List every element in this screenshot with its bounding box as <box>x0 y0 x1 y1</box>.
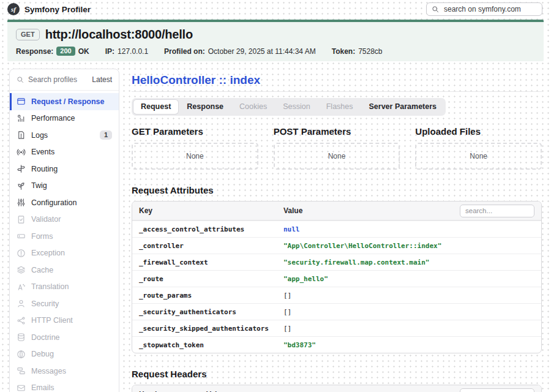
table-row: _route_params [] <box>132 287 541 303</box>
sidebar-item-routing[interactable]: Routing <box>10 160 119 178</box>
request-headers-table: Header Value <box>132 385 542 392</box>
empty-placeholder: None <box>415 143 542 170</box>
table-row: _access_control_attributes null <box>132 221 541 237</box>
sidebar-nav: Request / Response Performance Logs 1 Ev… <box>10 91 119 392</box>
top-bar: sf Symfony Profiler <box>0 0 551 18</box>
sidebar-item-events[interactable]: Events <box>10 144 119 161</box>
document-check-icon <box>17 215 26 224</box>
request-attributes-title: Request Attributes <box>132 185 542 195</box>
sidebar-item-http-client[interactable]: HTTP Client <box>10 312 119 330</box>
tab-response[interactable]: Response <box>179 100 231 114</box>
sidebar-item-translation[interactable]: Translation <box>10 279 119 296</box>
get-parameters-section: GET Parameters None <box>132 126 258 170</box>
section-title: POST Parameters <box>274 126 400 137</box>
request-headers-title: Request Headers <box>132 369 542 379</box>
envelope-icon <box>17 383 26 392</box>
sidebar-item-emails[interactable]: Emails <box>10 380 119 392</box>
database-icon <box>17 333 26 342</box>
table-header-row: Header Value <box>132 385 541 392</box>
profiler-sidebar: Search profiles Latest Request / Respons… <box>9 69 119 392</box>
broadcast-icon <box>17 148 26 157</box>
table-row: _controller "App\Controller\HelloControl… <box>132 237 541 254</box>
tab-session[interactable]: Session <box>276 100 317 114</box>
sidebar-item-logs[interactable]: Logs 1 <box>10 127 119 144</box>
window-icon <box>17 97 26 106</box>
profiles-search[interactable]: Search profiles Latest <box>10 69 119 91</box>
sidebar-item-performance[interactable]: Performance <box>10 110 119 127</box>
app-title: Symfony Profiler <box>24 5 91 14</box>
table-header-row: Key Value <box>132 202 541 221</box>
table-row: _security_skipped_authenticators [] <box>132 320 541 336</box>
latest-link[interactable]: Latest <box>92 75 112 84</box>
network-icon <box>17 316 26 325</box>
table-row: _firewall_context "security.firewall.map… <box>132 254 541 270</box>
logs-icon <box>17 130 26 140</box>
profile-token: Token: 7528cb <box>332 47 383 56</box>
http-method-badge: GET <box>16 29 40 40</box>
messages-icon <box>17 366 26 375</box>
tab-server-parameters[interactable]: Server Parameters <box>362 100 444 114</box>
client-ip: IP: 127.0.0.1 <box>105 47 148 56</box>
sidebar-item-configuration[interactable]: Configuration <box>10 194 119 211</box>
table-row: _security_authenticators [] <box>132 303 541 320</box>
alert-icon <box>17 249 26 258</box>
search-icon <box>432 6 439 13</box>
search-icon <box>17 76 24 83</box>
logs-count-badge: 1 <box>100 130 112 140</box>
sidebar-item-twig[interactable]: Twig <box>10 178 119 195</box>
empty-placeholder: None <box>132 143 258 170</box>
request-summary-panel: GET http://localhost:8000/hello Response… <box>7 20 544 61</box>
table-row: _route "app_hello" <box>132 270 541 287</box>
form-input-icon <box>17 232 26 241</box>
plant-icon <box>17 181 26 190</box>
sidebar-item-messages[interactable]: Messages <box>10 363 119 380</box>
signpost-icon <box>17 164 26 173</box>
profiles-search-label[interactable]: Search profiles <box>28 75 77 84</box>
request-tabs: Request Response Cookies Session Flashes… <box>132 98 446 116</box>
post-parameters-section: POST Parameters None <box>274 126 400 170</box>
site-search[interactable] <box>426 2 542 16</box>
translate-icon <box>17 282 26 292</box>
section-title: Uploaded Files <box>415 126 542 137</box>
tab-flashes[interactable]: Flashes <box>319 100 361 114</box>
empty-placeholder: None <box>274 143 400 170</box>
performance-icon <box>17 114 26 123</box>
profiled-on: Profiled on: October 29, 2025 at 11:44:3… <box>164 47 316 56</box>
site-search-input[interactable] <box>443 4 537 14</box>
table-row: _stopwatch_token "bd3873" <box>132 336 541 353</box>
request-url: http://localhost:8000/hello <box>45 28 193 42</box>
page-title: HelloController :: index <box>132 74 542 92</box>
status-code-badge: 200 <box>56 47 75 56</box>
sidebar-item-request-response[interactable]: Request / Response <box>10 93 119 110</box>
response-status: Response: 200 OK <box>16 47 89 56</box>
tab-request[interactable]: Request <box>133 100 178 114</box>
sidebar-item-forms[interactable]: Forms <box>10 228 119 245</box>
sidebar-item-doctrine[interactable]: Doctrine <box>10 329 119 346</box>
request-attributes-table: Key Value _access_control_attributes nul… <box>132 201 542 353</box>
uploaded-files-section: Uploaded Files None <box>415 126 542 170</box>
layers-icon <box>17 265 26 274</box>
parameters-grid: GET Parameters None POST Parameters None… <box>132 126 542 170</box>
sidebar-item-cache[interactable]: Cache <box>10 262 119 279</box>
tab-cookies[interactable]: Cookies <box>232 100 274 114</box>
debug-icon <box>17 350 26 359</box>
person-icon <box>17 299 26 308</box>
section-title: GET Parameters <box>132 126 258 137</box>
main-panel: HelloController :: index Request Respons… <box>132 69 542 392</box>
sidebar-item-security[interactable]: Security <box>10 295 119 312</box>
sliders-icon <box>17 198 26 207</box>
table-search-input[interactable] <box>460 388 534 392</box>
sidebar-item-debug[interactable]: Debug <box>10 346 119 363</box>
symfony-logo: sf <box>7 3 20 15</box>
sidebar-item-exception[interactable]: Exception <box>10 245 119 262</box>
sidebar-item-validator[interactable]: Validator <box>10 211 119 228</box>
table-search-input[interactable] <box>460 205 534 217</box>
